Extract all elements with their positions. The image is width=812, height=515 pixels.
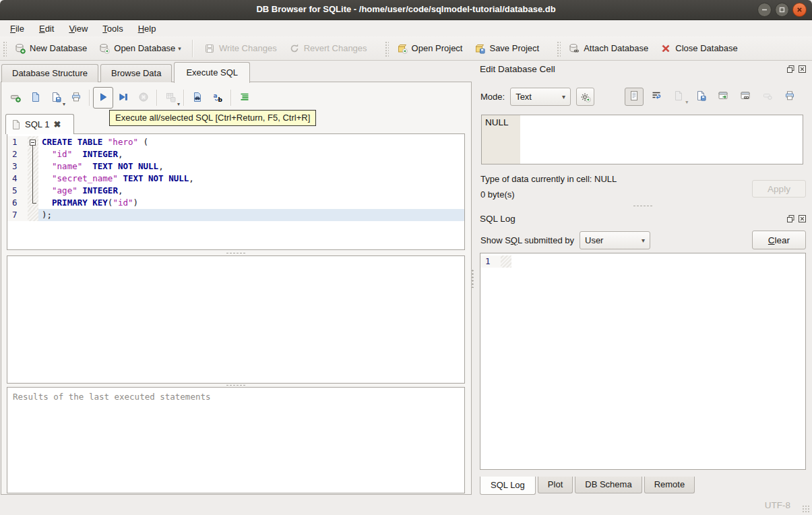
fold-margin[interactable] [28,209,38,221]
window-title: DB Browser for SQLite - /home/user/code/… [0,4,812,14]
execute-line-button[interactable] [113,87,133,109]
import-cell-data-button[interactable]: ▾ [669,88,688,106]
editor-line[interactable]: 6 PRIMARY KEY("id") [7,197,464,209]
sql-toolbar: ▾ ▾ ab [5,86,255,110]
print-sql-button[interactable] [66,87,86,109]
dock-tab-sql-log[interactable]: SQL Log [480,477,536,495]
export-data-icon [695,90,706,103]
copy-link-button[interactable] [736,88,755,106]
save-sql-file-button[interactable]: ▾ [46,87,66,109]
save-project-button[interactable]: Save Project [468,39,545,58]
close-sql-tab-icon[interactable]: ✖ [53,119,61,129]
sql-tab-doc-icon [11,119,21,130]
new-sql-tab-button[interactable] [5,87,26,109]
dock-sections-splitter[interactable] [474,204,812,208]
export-cell-data-button[interactable] [691,88,710,106]
close-database-button[interactable]: Close Database [654,39,744,58]
open-project-button[interactable]: Open Project [391,39,469,58]
menu-tools[interactable]: Tools [95,22,130,36]
sql-editor[interactable]: 1CREATE TABLE "hero" (2 "id" INTEGER,3 "… [7,133,465,250]
resize-grip[interactable] [802,505,810,513]
menu-help[interactable]: Help [131,22,164,36]
sql-log-filter-row: Show SQL submitted by User ▾ [480,231,650,249]
fold-margin[interactable] [28,160,38,173]
revert-changes-button[interactable]: Revert Changes [283,39,373,58]
tab-database-structure[interactable]: Database Structure [1,64,98,82]
editor-line[interactable]: 2 "id" INTEGER, [7,148,464,160]
editor-line[interactable]: 7); [7,209,464,221]
encoding-indicator[interactable]: UTF-8 [765,500,790,510]
fold-margin[interactable] [28,148,38,160]
import-data-icon [673,90,684,103]
results-grid-pane[interactable] [7,255,465,384]
text-mode-button[interactable] [625,88,644,106]
replace-button[interactable]: ab [208,87,228,109]
float-dock-icon[interactable] [786,64,795,73]
line-number: 5 [7,185,28,197]
open-database-icon [99,43,110,54]
open-external-button[interactable] [714,88,732,106]
sql-log-editor[interactable]: 1 [480,253,806,470]
open-database-button[interactable]: Open Database ▾ [93,39,187,58]
code-text: CREATE TABLE "hero" ( [38,136,464,148]
dock-tab-plot[interactable]: Plot [538,477,573,493]
auto-apply-button[interactable] [576,88,594,106]
dock-tab-db-schema[interactable]: DB Schema [575,477,642,493]
word-wrap-button[interactable] [647,88,666,106]
attach-database-button[interactable]: Attach Database [563,39,654,58]
close-dock-icon[interactable] [797,214,807,223]
editor-line[interactable]: 4 "secret_name" TEXT NOT NULL, [7,173,464,185]
close-icon[interactable] [792,3,807,17]
minimize-icon[interactable] [757,3,772,17]
format-sql-button[interactable] [235,87,255,109]
editor-line[interactable]: 3 "name" TEXT NOT NULL, [7,160,464,173]
editor-line[interactable]: 1 [480,255,805,268]
tab-browse-data[interactable]: Browse Data [100,64,172,82]
open-sql-file-button[interactable] [26,87,46,109]
dock-tab-remote[interactable]: Remote [644,477,695,493]
execute-line-icon [118,92,129,104]
code-text [511,255,805,268]
editor-line[interactable]: 1CREATE TABLE "hero" ( [7,136,464,148]
menu-edit[interactable]: Edit [32,22,61,36]
editor-results-splitter[interactable] [7,251,465,255]
sql-editor-tab[interactable]: SQL 1 ✖ [5,114,74,134]
set-null-button[interactable] [758,88,777,106]
print-cell-button[interactable] [780,88,799,106]
clear-log-button[interactable]: Clear [752,231,806,249]
find-button[interactable] [187,87,208,109]
toolbar-separator [192,40,193,57]
maximize-icon[interactable] [775,3,789,17]
execute-all-button[interactable] [93,87,113,109]
apply-button[interactable]: Apply [752,180,806,198]
tab-execute-sql[interactable]: Execute SQL [174,62,250,83]
line-number: 6 [7,197,28,209]
open-database-dropdown-caret[interactable]: ▾ [178,45,181,54]
editor-line[interactable]: 5 "age" INTEGER, [7,185,464,197]
float-dock-icon[interactable] [786,214,795,223]
write-changes-button[interactable]: Write Changes [198,39,283,58]
toolbar-grip[interactable] [2,40,7,57]
submitter-select[interactable]: User ▾ [580,231,650,249]
fold-line [32,146,33,203]
save-sql-dropdown-caret[interactable]: ▾ [63,101,65,107]
mode-select[interactable]: Text ▾ [510,88,571,106]
new-database-button[interactable]: New Database [9,39,93,58]
menu-view[interactable]: View [61,22,95,36]
fold-margin[interactable] [28,185,38,197]
close-dock-icon[interactable] [797,64,807,73]
results-message-pane[interactable]: Results of the last executed statements [7,387,465,493]
cell-value-editor[interactable]: NULL [481,115,803,164]
toolbar-grip[interactable] [384,40,389,57]
main-tab-bar: Database Structure Browse Data Execute S… [1,61,252,82]
word-wrap-icon [651,90,662,103]
toolbar-grip[interactable] [556,40,561,57]
fold-margin[interactable] [501,255,511,268]
save-results-button[interactable]: ▾ [160,87,181,109]
line-number: 3 [7,160,28,173]
stop-execution-button[interactable] [133,87,154,109]
fold-marker-icon[interactable] [30,140,36,146]
titlebar[interactable]: DB Browser for SQLite - /home/user/code/… [0,0,812,20]
fold-margin[interactable] [28,173,38,185]
menu-file[interactable]: File [3,22,32,36]
